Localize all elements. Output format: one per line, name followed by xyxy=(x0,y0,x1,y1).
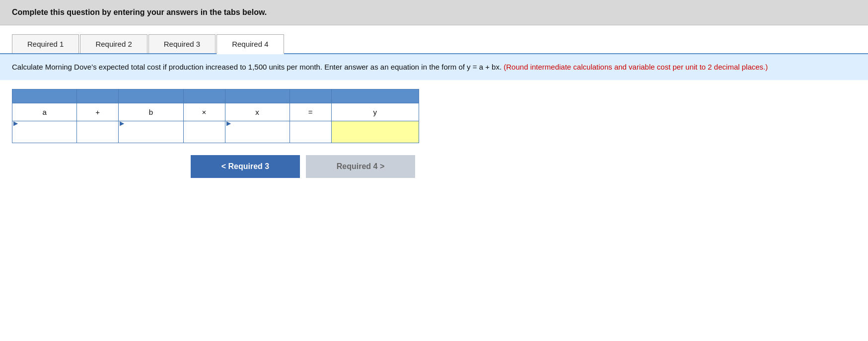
input-cell-b[interactable] xyxy=(119,121,183,143)
question-note: (Round intermediate calculations and var… xyxy=(504,63,768,71)
input-cell-x[interactable] xyxy=(225,121,289,143)
triangle-a xyxy=(13,118,18,127)
header-cell-y xyxy=(331,89,419,103)
table-label-row: a + b × x = y xyxy=(12,103,419,121)
question-area: Calculate Morning Dove’s expected total … xyxy=(0,54,868,80)
input-cell-y[interactable] xyxy=(331,121,419,143)
label-plus: + xyxy=(77,103,119,121)
tab-required-4[interactable]: Required 4 xyxy=(217,34,284,54)
tab-required-1[interactable]: Required 1 xyxy=(12,34,79,53)
table-header-row xyxy=(12,89,419,103)
header-cell-a xyxy=(12,89,77,103)
label-a: a xyxy=(12,103,77,121)
nav-buttons: < Required 3 Required 4 > xyxy=(179,150,868,188)
header-cell-times xyxy=(183,89,225,103)
page-title: Complete this question by entering your … xyxy=(12,8,267,16)
input-cell-a[interactable] xyxy=(12,121,77,143)
label-y: y xyxy=(331,103,419,121)
header-cell-b xyxy=(119,89,183,103)
input-cell-plus xyxy=(77,121,119,143)
input-a[interactable] xyxy=(13,127,75,146)
prev-button[interactable]: < Required 3 xyxy=(191,155,300,178)
header-cell-plus xyxy=(77,89,119,103)
tab-required-2[interactable]: Required 2 xyxy=(80,34,147,53)
triangle-x xyxy=(226,118,231,127)
label-x: x xyxy=(225,103,289,121)
header-cell-equals xyxy=(289,89,331,103)
header-cell-x xyxy=(225,89,289,103)
input-cell-times xyxy=(183,121,225,143)
input-cell-equals xyxy=(289,121,331,143)
tabs-container: Required 1 Required 2 Required 3 Require… xyxy=(0,25,868,54)
next-button[interactable]: Required 4 > xyxy=(306,155,415,178)
equation-table-wrapper: a + b × x = y xyxy=(0,80,868,150)
input-x[interactable] xyxy=(226,127,289,146)
input-b[interactable] xyxy=(120,127,182,146)
tab-required-3[interactable]: Required 3 xyxy=(148,34,216,53)
equation-table: a + b × x = y xyxy=(12,89,419,143)
header-bar: Complete this question by entering your … xyxy=(0,0,868,25)
question-text: Calculate Morning Dove’s expected total … xyxy=(12,63,502,71)
label-b: b xyxy=(119,103,183,121)
triangle-b xyxy=(120,118,124,127)
label-times: × xyxy=(183,103,225,121)
table-input-row xyxy=(12,121,419,143)
input-y[interactable] xyxy=(333,122,418,142)
label-equals: = xyxy=(289,103,331,121)
